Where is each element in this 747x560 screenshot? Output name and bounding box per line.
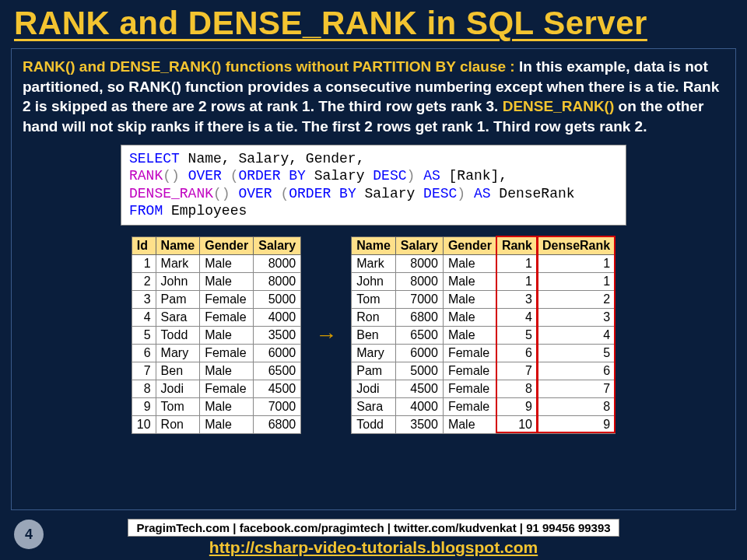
table-cell: 7000 (254, 397, 301, 415)
kw-orderby: ORDER BY (238, 168, 305, 184)
kw-over: OVER (188, 168, 222, 184)
table-row: Todd3500Male109 (352, 415, 615, 433)
table-cell: 1 (132, 254, 156, 272)
table-cell: 5 (132, 326, 156, 344)
table-cell: Tom (352, 290, 396, 308)
table-cell: John (352, 272, 396, 290)
table-cell: Male (200, 326, 254, 344)
kw-from: FROM (129, 203, 163, 219)
footer-link[interactable]: http://csharp-video-tutorials.blogspot.c… (0, 538, 747, 557)
table-row: 9TomMale7000 (132, 397, 300, 415)
table-row: Pam5000Female76 (352, 362, 615, 380)
table-row: 5ToddMale3500 (132, 326, 300, 344)
table-cell: Sara (352, 397, 396, 415)
code-alias-dense: DenseRank (491, 186, 575, 201)
intro-dense: DENSE_RANK() (503, 98, 615, 114)
table-row: Ben6500Male54 (352, 326, 615, 344)
table-row: Mark8000Male11 (352, 254, 615, 272)
table-cell: Male (200, 254, 254, 272)
kw-denserank: DENSE_RANK (129, 186, 213, 201)
table-row: 6MaryFemale6000 (132, 344, 300, 362)
table-cell: 1 (538, 272, 615, 290)
sql-code-block: SELECT Name, Salary, Gender, RANK() OVER… (121, 145, 626, 226)
code-pc: ) (407, 168, 416, 184)
table-cell: 1 (538, 254, 615, 272)
table-cell: Female (200, 380, 254, 397)
code-p2: () (213, 186, 238, 201)
table-cell: Male (443, 326, 496, 344)
table-cell: 2 (132, 272, 156, 290)
table-row: 10RonMale6800 (132, 415, 300, 433)
table-cell: 8000 (395, 272, 443, 290)
table-cell: 7 (538, 380, 615, 397)
table-cell: Todd (156, 326, 200, 344)
intro-paragraph: RANK() and DENSE_RANK() functions withou… (23, 57, 724, 137)
table-cell: Mark (352, 254, 396, 272)
code-p1: () (163, 168, 188, 184)
table-cell: 7000 (395, 290, 443, 308)
table-header: Salary (395, 236, 443, 254)
table-header: Salary (254, 236, 301, 254)
table-row: Sara4000Female98 (352, 397, 615, 415)
code-cols: Name, Salary, Gender, (180, 151, 365, 166)
code-po: ( (222, 168, 239, 184)
kw-desc: DESC (373, 168, 406, 184)
table-cell: 3 (132, 290, 156, 308)
table-cell: 2 (538, 290, 615, 308)
table-row: 2JohnMale8000 (132, 272, 300, 290)
result-table: NameSalaryGenderRankDenseRank Mark8000Ma… (351, 236, 615, 434)
table-cell: Female (200, 308, 254, 326)
table-cell: 8 (132, 380, 156, 397)
table-cell: 6800 (254, 415, 301, 433)
table-row: 3PamFemale5000 (132, 290, 300, 308)
arrow-icon: → (315, 323, 337, 348)
code-sal: Salary (306, 168, 373, 184)
table-header: Name (156, 236, 200, 254)
table-cell: 6800 (395, 308, 443, 326)
table-cell: John (156, 272, 200, 290)
tables-row: IdNameGenderSalary 1MarkMale80002JohnMal… (23, 236, 724, 434)
table-cell: Male (200, 397, 254, 415)
table-cell: 6 (132, 344, 156, 362)
table-cell: Todd (352, 415, 396, 433)
table-cell: Male (443, 290, 496, 308)
table-cell: Ron (156, 415, 200, 433)
table-cell: Male (200, 415, 254, 433)
table-cell: Jodi (156, 380, 200, 397)
page-title: RANK and DENSE_RANK in SQL Server (0, 0, 747, 45)
intro-lead: RANK() and DENSE_RANK() functions withou… (23, 58, 519, 75)
table-cell: 10 (132, 415, 156, 433)
table-cell: Tom (156, 397, 200, 415)
table-cell: 3 (496, 290, 537, 308)
result-table-wrap: NameSalaryGenderRankDenseRank Mark8000Ma… (351, 236, 615, 434)
table-row: Mary6000Female65 (352, 344, 615, 362)
table-cell: 3500 (395, 415, 443, 433)
footer-credit: PragimTech.com | facebook.com/pragimtech… (128, 519, 619, 537)
content-panel: RANK() and DENSE_RANK() functions withou… (11, 48, 736, 510)
table-cell: 1 (496, 272, 537, 290)
table-cell: 3500 (254, 326, 301, 344)
table-cell: 4500 (254, 380, 301, 397)
code-tbl: Employees (163, 203, 247, 219)
table-cell: Female (200, 344, 254, 362)
kw-rank: RANK (129, 168, 163, 184)
table-cell: Ben (352, 326, 396, 344)
table-cell: 6000 (254, 344, 301, 362)
table-row: John8000Male11 (352, 272, 615, 290)
table-cell: 9 (496, 397, 537, 415)
table-cell: 10 (496, 415, 537, 433)
footer: PragimTech.com | facebook.com/pragimtech… (0, 519, 747, 557)
table-cell: 9 (538, 415, 615, 433)
table-cell: 8 (496, 380, 537, 397)
kw-desc2: DESC (423, 186, 457, 201)
table-cell: 6500 (395, 326, 443, 344)
table-cell: Female (443, 344, 496, 362)
table-row: Ron6800Male43 (352, 308, 615, 326)
table-row: 8JodiFemale4500 (132, 380, 300, 397)
code-alias-rank: [Rank], (440, 168, 507, 184)
table-cell: 5 (538, 344, 615, 362)
table-cell: 5 (496, 326, 537, 344)
table-cell: 6000 (395, 344, 443, 362)
table-cell: 8000 (254, 254, 301, 272)
table-cell: Male (443, 254, 496, 272)
